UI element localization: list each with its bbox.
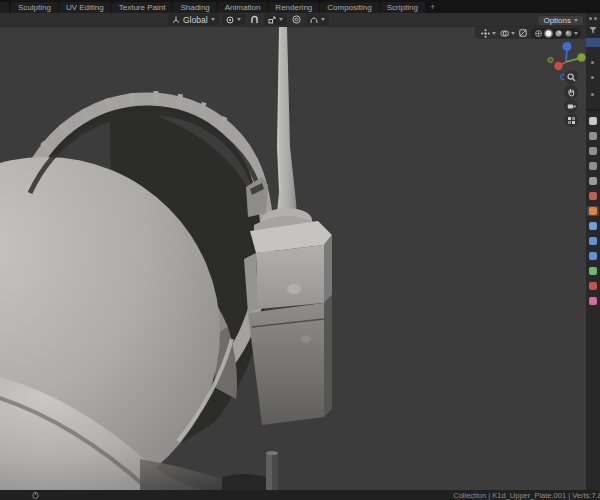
zoom-view-button[interactable]: [564, 70, 578, 84]
workspace-tabs: Sculpting UV Editing Texture Paint Shadi…: [11, 2, 426, 13]
chevron-down-icon: [279, 18, 283, 21]
outliner-filter-icon[interactable]: [594, 17, 597, 20]
workspace-tab[interactable]: Shading: [173, 2, 216, 13]
model-render: [0, 27, 586, 490]
gizmo-icon: [481, 29, 490, 38]
magnet-icon: [250, 15, 259, 24]
outliner-item-dot[interactable]: [591, 93, 594, 96]
chevron-down-icon: [511, 32, 515, 35]
options-label: Options: [543, 16, 571, 25]
properties-tab-icon: [589, 132, 597, 140]
properties-tab-icon: [589, 282, 597, 290]
properties-tab-icon: [589, 222, 597, 230]
properties-tab[interactable]: [587, 191, 599, 201]
mouse-action-icon: [32, 492, 39, 499]
proportional-falloff-dropdown[interactable]: [306, 14, 329, 25]
properties-tab[interactable]: [587, 146, 599, 156]
properties-tab-rail: [586, 114, 600, 306]
partial-workspace-tab[interactable]: [0, 2, 9, 13]
perspective-toggle-button[interactable]: [564, 113, 578, 127]
properties-tab[interactable]: [587, 131, 599, 141]
xray-toggle[interactable]: [519, 29, 527, 37]
properties-tab[interactable]: [587, 116, 599, 126]
viewport-header: Global: [0, 13, 600, 27]
transform-orientation-dropdown[interactable]: Global: [168, 14, 219, 25]
properties-tab-icon: [589, 162, 597, 170]
properties-tab[interactable]: [587, 296, 599, 306]
wireframe-icon: [535, 30, 542, 37]
chevron-down-icon: [237, 18, 241, 21]
pivot-point-dropdown[interactable]: [222, 14, 245, 25]
orientation-axes-icon: [172, 16, 180, 24]
outliner-item-dot[interactable]: [591, 76, 594, 79]
transform-controls: Global: [168, 14, 329, 25]
properties-tab[interactable]: [587, 221, 599, 231]
add-workspace-button[interactable]: +: [426, 2, 439, 13]
editor-divider: [586, 109, 600, 111]
properties-tab-icon: [589, 207, 597, 215]
workspace-tab[interactable]: UV Editing: [59, 2, 111, 13]
pivot-icon: [226, 16, 234, 24]
orientation-label: Global: [183, 15, 208, 25]
proportional-editing-toggle[interactable]: [290, 14, 303, 25]
workspace-tab[interactable]: Scripting: [380, 2, 425, 13]
xray-icon: [519, 29, 527, 37]
status-bar: Collection | K1d_Upper_Plate.001 | Verts…: [0, 490, 600, 500]
properties-tab-icon: [589, 192, 597, 200]
properties-tab[interactable]: [587, 266, 599, 276]
falloff-curve-icon: [310, 16, 318, 24]
chevron-down-icon: [574, 19, 578, 22]
workspace-tab[interactable]: Animation: [218, 2, 268, 13]
options-button[interactable]: Options: [537, 15, 584, 26]
outliner-header-icon[interactable]: [589, 17, 592, 20]
hand-icon: [567, 88, 576, 97]
outliner-item-dot[interactable]: [591, 61, 594, 64]
properties-tab[interactable]: [587, 281, 599, 291]
properties-tab-icon: [589, 177, 597, 185]
chevron-down-icon: [211, 18, 215, 21]
properties-tab-icon: [589, 147, 597, 155]
scene-statistics: Collection | K1d_Upper_Plate.001 | Verts…: [453, 491, 600, 500]
chevron-down-icon: [321, 18, 325, 21]
funnel-icon[interactable]: [589, 26, 597, 34]
snap-target-dropdown[interactable]: [264, 14, 287, 25]
properties-tab[interactable]: [587, 161, 599, 171]
properties-tab-icon: [589, 297, 597, 305]
move-view-button[interactable]: [564, 85, 578, 99]
overlays-icon: [500, 29, 509, 38]
3d-viewport[interactable]: [0, 27, 586, 490]
properties-tab-icon: [589, 237, 597, 245]
properties-tab-icon: [589, 252, 597, 260]
chevron-down-icon: [574, 32, 578, 35]
chevron-down-icon: [492, 32, 496, 35]
properties-tab[interactable]: [587, 206, 599, 216]
outliner-selected-row[interactable]: [586, 38, 600, 47]
shading-wireframe-button[interactable]: [534, 29, 543, 38]
snap-toggle[interactable]: [248, 14, 261, 25]
camera-icon: [567, 102, 576, 111]
ortho-grid-icon: [567, 116, 576, 125]
workspace-tab[interactable]: Compositing: [320, 2, 378, 13]
workspace-tab[interactable]: Sculpting: [11, 2, 58, 13]
workspace-tab[interactable]: Texture Paint: [112, 2, 173, 13]
workspace-tab[interactable]: Rendering: [268, 2, 319, 13]
snap-target-icon: [268, 16, 276, 24]
properties-tab[interactable]: [587, 251, 599, 261]
magnifier-icon: [567, 73, 576, 82]
workspace-tabbar: Sculpting UV Editing Texture Paint Shadi…: [0, 0, 600, 13]
properties-tab[interactable]: [587, 176, 599, 186]
show-overlays-dropdown[interactable]: [500, 29, 515, 38]
proportional-editing-icon: [292, 15, 301, 24]
blender-window: Sculpting UV Editing Texture Paint Shadi…: [0, 0, 600, 500]
properties-tab-icon: [589, 117, 597, 125]
properties-tab-icon: [589, 267, 597, 275]
show-gizmo-dropdown[interactable]: [481, 29, 496, 38]
right-editors-strip[interactable]: [586, 13, 600, 490]
properties-tab[interactable]: [587, 236, 599, 246]
camera-view-button[interactable]: [564, 99, 578, 113]
